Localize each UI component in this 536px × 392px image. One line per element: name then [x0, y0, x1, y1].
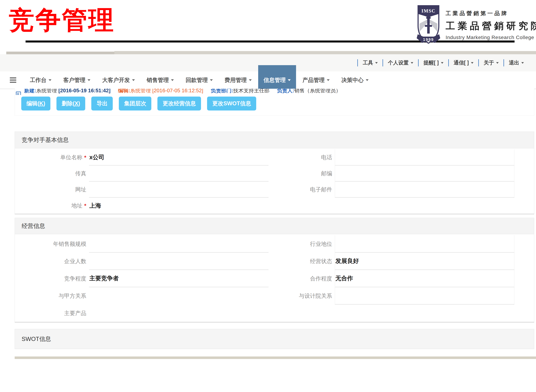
menu-separator — [448, 59, 449, 66]
field-value — [335, 287, 514, 304]
field-label: 地址* — [15, 202, 86, 209]
field-row: 网址 — [15, 182, 275, 198]
field-row: 竞争程度主要竞争者 — [15, 270, 275, 287]
nav-item-product-management[interactable]: 产品管理 — [303, 76, 330, 84]
field-row: 地址*上海 — [15, 198, 275, 214]
field-row: 企业人数 — [15, 252, 275, 270]
menu-item-about[interactable]: 关于 — [484, 59, 499, 66]
business-info-right-column: 行业地位经营状态发展良好合作程度无合作与设计院关系 — [275, 235, 534, 322]
logo-year: 1999 — [423, 37, 434, 42]
basic-info-right-column: 电话邮编电子邮件 — [275, 149, 534, 214]
field-value: 上海 — [89, 198, 269, 214]
window-edge-strip-left — [6, 51, 114, 54]
chevron-down-icon — [249, 79, 252, 81]
button-group-level[interactable]: 集团层次 — [119, 97, 151, 111]
basic-info-left-column: 单位名称*x公司传真网址地址*上海 — [15, 149, 275, 214]
nav-item-information-management[interactable]: 信息管理 — [258, 65, 296, 89]
field-row: 主要产品 — [15, 304, 275, 322]
field-label: 网址 — [15, 186, 86, 193]
nav-item-workbench[interactable]: 工作台 — [30, 76, 52, 84]
nav-items: 工作台客户管理大客户开发销售管理回款管理费用管理信息管理产品管理决策中心 — [30, 71, 380, 89]
field-row: 与设计院关系 — [275, 287, 534, 304]
menu-item-label: 通信[ ] — [454, 59, 469, 66]
field-value — [335, 235, 514, 252]
nav-item-label: 费用管理 — [225, 76, 247, 84]
record-meta-value: 技术支持主任部 — [233, 89, 270, 93]
business-info-panel: 经营信息 年销售额规模企业人数竞争程度主要竞争者与甲方关系主要产品 行业地位经营… — [15, 218, 534, 322]
field-row: 单位名称*x公司 — [15, 149, 275, 165]
nav-item-expense-management[interactable]: 费用管理 — [225, 76, 252, 84]
button-change-swot-info[interactable]: 更改SWOT信息 — [207, 97, 256, 111]
nav-item-label: 回款管理 — [186, 76, 208, 84]
menu-item-messages[interactable]: 通信[ ] — [454, 59, 474, 66]
chevron-down-icon — [471, 62, 474, 64]
chevron-down-icon — [88, 79, 90, 81]
chevron-down-icon — [132, 79, 135, 81]
chevron-down-icon — [366, 79, 369, 81]
swot-info-title: SWOT信息 — [15, 329, 534, 349]
menu-separator — [503, 59, 504, 66]
field-row: 与甲方关系 — [15, 287, 275, 304]
top-menu: 工具个人设置提醒[ ]通信[ ]关于退出 — [352, 54, 524, 71]
menu-item-tools[interactable]: 工具 — [363, 59, 378, 66]
imsc-shield-icon: IMSC 1999 — [417, 5, 440, 45]
menu-separator — [418, 59, 419, 66]
nav-item-customer-management[interactable]: 客户管理 — [63, 76, 90, 84]
nav-item-key-account-development[interactable]: 大客户开发 — [102, 76, 135, 84]
action-button-row: 编辑(K)删除(X)导出集团层次更改经营信息更改SWOT信息 — [21, 97, 534, 111]
swot-info-panel: SWOT信息 — [15, 329, 534, 349]
record-meta-label: 新建: — [24, 89, 36, 93]
menu-item-label: 退出 — [509, 59, 519, 66]
field-label: 主要产品 — [15, 309, 86, 317]
field-value — [335, 182, 514, 198]
field-label: 与设计院关系 — [275, 292, 332, 300]
menu-separator — [478, 59, 479, 66]
menu-separator — [383, 59, 383, 66]
hamburger-icon[interactable] — [10, 77, 16, 83]
field-label: 单位名称* — [15, 154, 86, 161]
button-delete[interactable]: 删除(X) — [57, 97, 85, 111]
field-label: 年销售额规模 — [15, 240, 86, 248]
field-label: 竞争程度 — [15, 275, 86, 282]
chevron-down-icon — [49, 79, 52, 81]
field-value: x公司 — [89, 149, 269, 165]
nav-item-label: 信息管理 — [264, 76, 286, 84]
chevron-down-icon — [288, 79, 291, 81]
nav-item-label: 大客户开发 — [102, 76, 130, 84]
menu-item-logout[interactable]: 退出 — [509, 59, 524, 66]
menu-item-label: 个人设置 — [388, 59, 409, 66]
logo-name: 工業品營銷研究院 — [446, 20, 536, 33]
field-label: 传真 — [15, 170, 86, 177]
field-row: 电话 — [275, 149, 534, 165]
chevron-down-icon — [171, 79, 174, 81]
bottom-edge-strip — [15, 356, 536, 359]
main-nav: 工作台客户管理大客户开发销售管理回款管理费用管理信息管理产品管理决策中心 — [0, 71, 536, 89]
chevron-down-icon — [375, 62, 378, 64]
record-meta-owner-dept: 负责部门:技术支持主任部 — [211, 89, 270, 94]
field-label: 合作程度 — [275, 275, 332, 282]
logo-text: 工業品營銷第一品牌 工業品營銷研究院 Industry Marketing Re… — [446, 5, 536, 45]
basic-info-title: 竞争对手基本信息 — [15, 132, 534, 148]
record-meta-value: 系统管理 — [130, 89, 151, 93]
record-meta-created: 新建:系统管理 [2016-05-19 16:51:42] — [24, 89, 111, 94]
nav-item-decision-center[interactable]: 决策中心 — [342, 76, 369, 84]
chevron-down-icon — [210, 79, 213, 81]
field-label: 邮编 — [275, 170, 332, 177]
menu-item-label: 关于 — [484, 59, 494, 66]
record-meta-value: 系统管理 — [36, 89, 57, 93]
field-value: 主要竞争者 — [89, 270, 269, 287]
menu-item-label: 提醒[ ] — [423, 59, 439, 66]
button-export[interactable]: 导出 — [91, 97, 113, 111]
field-row: 电子邮件 — [275, 182, 534, 198]
field-row — [275, 304, 534, 322]
button-edit[interactable]: 编辑(K) — [21, 97, 50, 111]
menu-item-reminders[interactable]: 提醒[ ] — [423, 59, 443, 66]
record-toolbar-box: 新建:系统管理 [2016-05-19 16:51:42]编辑:系统管理 [20… — [15, 89, 534, 116]
field-value — [335, 149, 514, 165]
nav-item-receivables-management[interactable]: 回款管理 — [186, 76, 213, 84]
menu-item-personal-settings[interactable]: 个人设置 — [388, 59, 413, 66]
field-value — [89, 165, 269, 182]
nav-item-sales-management[interactable]: 销售管理 — [147, 76, 174, 84]
document-icon — [16, 92, 21, 95]
button-change-business-info[interactable]: 更改经营信息 — [157, 97, 201, 111]
